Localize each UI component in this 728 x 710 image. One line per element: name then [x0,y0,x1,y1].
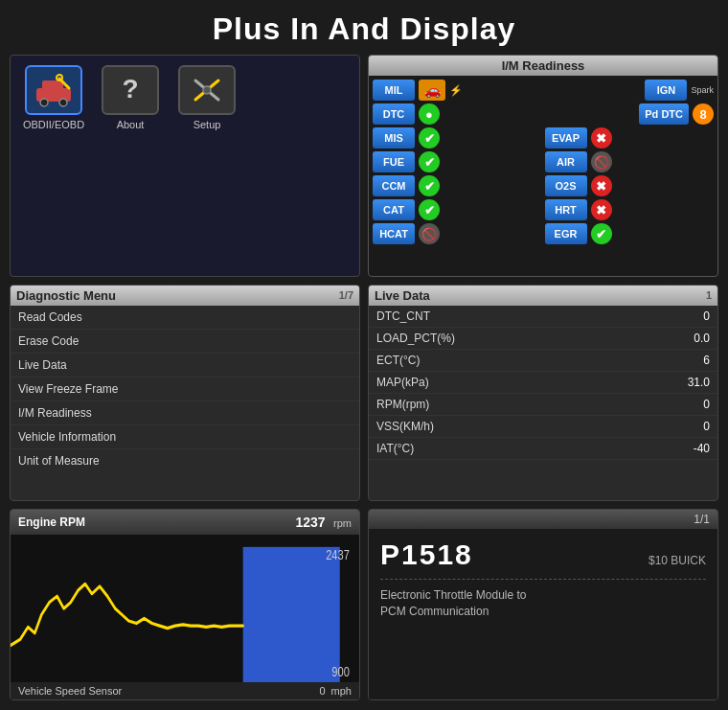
speed-unit: mph [331,685,352,697]
live-value: 31.0 [618,371,717,393]
rpm-chart: 2437 900 [11,535,359,682]
im-readiness-panel: I/M Readiness MIL 🚗 ⚡ IGN Spark DTC ● Pd… [368,55,718,277]
about-icon: ? [109,71,151,109]
svg-text:2437: 2437 [326,546,350,562]
about-label: About [117,119,145,130]
table-row: IAT(°C) -40 [369,437,717,459]
list-item[interactable]: View Freeze Frame [11,378,359,401]
fue-status: ✔ [419,151,440,172]
menu-item-about[interactable]: ? About [97,65,164,130]
menu-item-setup[interactable]: Setup [173,65,240,130]
im-cell-hcat: HCAT 🚫 [373,223,542,244]
im-pddtc-btn[interactable]: Pd DTC [639,103,689,125]
live-value: 0 [618,393,717,415]
svg-point-3 [59,99,67,106]
list-item[interactable]: I/M Readiness [11,401,359,425]
pd-dtc-value: 8 [693,103,714,125]
rpm-unit: rpm [333,517,352,529]
diag-menu-page: 1/7 [339,289,353,301]
live-data-header: Live Data 1 [369,286,717,306]
app-menu-panel: OBDII/EOBD ? About [10,55,360,277]
spark-label: Spark [691,85,714,95]
live-data-title: Live Data [375,288,430,303]
evap-status: ✖ [591,127,612,149]
dtc-divider [380,579,706,580]
im-cell-cat: CAT ✔ [373,199,542,220]
im-cell-egr: EGR ✔ [545,223,715,244]
im-o2s-btn: O2S [545,175,587,196]
list-item[interactable]: Vehicle Information [11,425,359,449]
dtc-status-green: ● [419,103,440,125]
live-label: IAT(°C) [369,437,618,459]
im-egr-btn: EGR [545,223,587,244]
svg-text:?: ? [122,74,138,103]
live-value: 6 [618,349,717,371]
list-item[interactable]: Live Data [11,354,359,378]
im-evap-btn: EVAP [545,127,587,149]
im-mil-row: MIL 🚗 ⚡ IGN Spark [373,80,714,101]
air-status: 🚫 [591,151,612,172]
content-grid: OBDII/EOBD ? About [0,55,728,710]
live-label: RPM(rpm) [369,393,618,415]
im-mil-btn[interactable]: MIL [373,80,415,101]
svg-rect-1 [42,80,63,91]
dtc-code: P1518 [380,538,473,571]
live-data-panel: Live Data 1 DTC_CNT 0 LOAD_PCT(%) 0.0 EC… [368,285,718,501]
obdii-icon [31,71,77,109]
about-icon-box: ? [102,65,159,115]
live-data-table: DTC_CNT 0 LOAD_PCT(%) 0.0 ECT(°C) 6 MAP(… [369,306,717,460]
dtc-source: $10 BUICK [648,554,706,567]
im-ign-btn[interactable]: IGN [645,80,687,101]
live-value: -40 [618,437,717,459]
im-cell-o2s: O2S ✖ [545,175,715,196]
hrt-status: ✖ [591,199,612,220]
im-hrt-btn: HRT [545,199,587,220]
obdii-label: OBDII/EOBD [23,119,84,130]
cat-status: ✔ [419,199,440,220]
dtc-body: P1518 $10 BUICK Electronic Throttle Modu… [369,529,717,699]
rpm-footer: Vehicle Speed Sensor 0 mph [11,682,359,699]
list-item[interactable]: Erase Code [11,330,359,354]
menu-item-obdii[interactable]: OBDII/EOBD [20,65,87,130]
table-row: VSS(KM/h) 0 [369,415,717,437]
svg-rect-11 [243,547,340,682]
dtc-code-row: P1518 $10 BUICK [380,538,706,571]
rpm-value: 1237 [295,515,325,530]
setup-label: Setup [193,119,221,130]
dtc-panel: 1/1 P1518 $10 BUICK Electronic Throttle … [368,509,718,700]
im-ccm-btn: CCM [373,175,415,196]
ccm-status: ✔ [419,175,440,196]
list-item[interactable]: Unit of Measure [11,449,359,472]
speed-value: 0 [319,685,325,697]
im-header: I/M Readiness [369,56,717,76]
lightning-icon: ⚡ [449,84,463,97]
svg-point-2 [40,99,48,106]
diag-menu-list: Read Codes Erase Code Live Data View Fre… [11,306,359,472]
diag-menu-title: Diagnostic Menu [16,288,116,303]
im-hcat-btn: HCAT [373,223,415,244]
im-cell-mis: MIS ✔ [373,127,542,149]
table-row: RPM(rpm) 0 [369,393,717,415]
live-value: 0 [618,306,717,328]
live-label: DTC_CNT [369,306,618,328]
list-item[interactable]: Read Codes [11,306,359,330]
dtc-page: 1/1 [694,513,710,526]
table-row: LOAD_PCT(%) 0.0 [369,327,717,349]
dtc-header: 1/1 [369,510,717,529]
speed-sensor-label: Vehicle Speed Sensor [18,685,122,697]
rpm-header: Engine RPM 1237 rpm [11,510,359,535]
egr-status: ✔ [591,223,612,244]
im-dtc-btn[interactable]: DTC [373,103,415,125]
im-body: MIL 🚗 ⚡ IGN Spark DTC ● Pd DTC 8 [369,76,717,248]
im-air-btn: AIR [545,151,587,172]
svg-text:900: 900 [331,663,350,679]
table-row: DTC_CNT 0 [369,306,717,328]
page-title: Plus In And Display [213,0,516,55]
im-cell-ccm: CCM ✔ [373,175,542,196]
setup-icon [186,71,228,109]
diag-menu-header: Diagnostic Menu 1/7 [11,286,359,306]
mis-status: ✔ [419,127,440,149]
im-cell-hrt: HRT ✖ [545,199,715,220]
im-fue-btn: FUE [373,151,415,172]
live-data-page: 1 [706,289,712,301]
